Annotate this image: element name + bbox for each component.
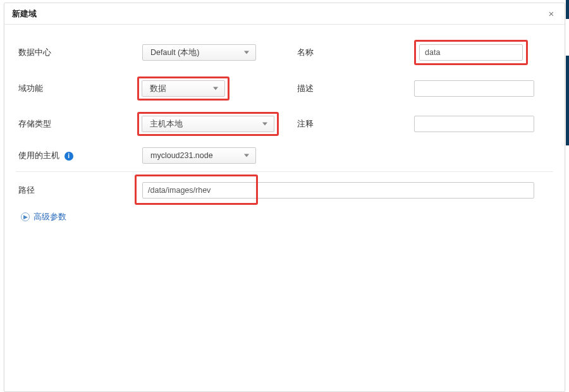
- dialog-titlebar: 新建域 ×: [4, 3, 565, 25]
- highlight-storage-type: 主机本地: [137, 112, 279, 136]
- info-icon[interactable]: i: [64, 152, 73, 161]
- label-name: 名称: [275, 47, 414, 58]
- highlight-name: [414, 40, 528, 65]
- cell-domain-function: 数据: [142, 77, 275, 101]
- advanced-toggle[interactable]: ▶ 高级参数: [16, 211, 553, 223]
- cell-description: [414, 80, 553, 97]
- dropdown-data-center-value: Default (本地): [150, 47, 199, 58]
- separator: [16, 171, 553, 172]
- label-storage-type: 存储类型: [16, 118, 142, 130]
- label-path: 路径: [16, 185, 142, 196]
- label-comment: 注释: [275, 118, 414, 130]
- cell-storage-type: 主机本地: [142, 112, 275, 136]
- dialog-content: 数据中心 Default (本地) 名称 域功能 数据: [4, 25, 565, 229]
- dropdown-domain-function[interactable]: 数据: [142, 80, 225, 97]
- cell-data-center: Default (本地): [142, 44, 275, 61]
- label-description: 描述: [275, 83, 414, 94]
- input-name[interactable]: [419, 44, 523, 61]
- dropdown-storage-type-value: 主机本地: [150, 119, 183, 130]
- dialog-title: 新建域: [12, 8, 37, 20]
- label-domain-function: 域功能: [16, 83, 142, 94]
- dropdown-data-center[interactable]: Default (本地): [142, 44, 256, 61]
- label-data-center: 数据中心: [16, 47, 142, 58]
- cell-name: [414, 40, 553, 65]
- advanced-label: 高级参数: [34, 211, 66, 223]
- dropdown-storage-type[interactable]: 主机本地: [142, 116, 274, 132]
- path-row: 路径: [16, 182, 553, 199]
- dropdown-used-host-value: mycloud231.node: [150, 151, 213, 160]
- path-wrap: [142, 182, 553, 199]
- caret-right-icon: ▶: [21, 212, 30, 221]
- dropdown-domain-function-value: 数据: [150, 83, 166, 94]
- app-background-strip: [566, 0, 569, 19]
- dropdown-used-host[interactable]: mycloud231.node: [142, 147, 256, 164]
- cell-comment: [414, 116, 553, 132]
- label-used-host-text: 使用的主机: [18, 150, 59, 160]
- input-path[interactable]: [142, 182, 534, 199]
- label-used-host: 使用的主机 i: [16, 150, 142, 161]
- input-comment[interactable]: [414, 116, 534, 132]
- close-icon[interactable]: ×: [546, 8, 557, 19]
- input-description[interactable]: [414, 80, 534, 97]
- highlight-domain-function: 数据: [137, 77, 229, 101]
- app-background-strip: [566, 56, 569, 145]
- new-domain-dialog: 新建域 × 数据中心 Default (本地) 名称 域功能: [4, 3, 565, 392]
- form-grid: 数据中心 Default (本地) 名称 域功能 数据: [16, 40, 553, 164]
- cell-used-host: mycloud231.node: [142, 147, 275, 164]
